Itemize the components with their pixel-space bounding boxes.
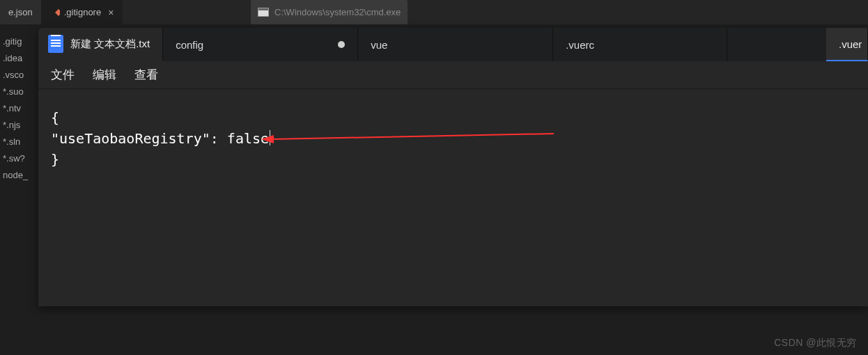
sidebar-line: *.sln — [3, 134, 35, 150]
modified-dot-icon — [338, 41, 345, 48]
svg-line-1 — [271, 134, 554, 139]
tab-vuerc-active[interactable]: .vuer — [826, 28, 868, 61]
sidebar-line: *.suo — [3, 84, 35, 100]
code-line: "useTaobaoRegistry": false — [51, 128, 855, 149]
background-sidebar: .gitig .idea .vsco *.suo *.ntv *.njs *.s… — [0, 33, 35, 184]
sidebar-line: .idea — [3, 50, 35, 67]
tab-label: 新建 文本文档.txt — [70, 38, 150, 51]
notepad-tabbar: 新建 文本文档.txt config vue .vuerc .vuer — [38, 28, 868, 61]
cmd-icon — [258, 8, 269, 17]
svg-rect-0 — [55, 9, 60, 16]
notepad-editor[interactable]: { "useTaobaoRegistry": false } — [38, 89, 868, 188]
tab-label: .gitignore — [64, 7, 101, 17]
tab-config[interactable]: config — [163, 28, 358, 61]
code-line: } — [51, 149, 855, 170]
sidebar-line: node_ — [3, 167, 35, 184]
tab-label: .vuerc — [566, 39, 594, 51]
cmd-title: C:\Windows\system32\cmd.exe — [274, 7, 401, 17]
tab-vuerc[interactable]: .vuerc — [553, 28, 727, 61]
sidebar-line: *.njs — [3, 117, 35, 134]
annotation-arrow-icon — [261, 131, 554, 145]
sidebar-line: *.ntv — [3, 100, 35, 117]
back-tab-json[interactable]: e.json — [0, 0, 42, 24]
git-icon — [50, 8, 60, 17]
back-tab-gitignore[interactable]: .gitignore × — [42, 0, 123, 24]
sidebar-line: .gitig — [3, 33, 35, 50]
notepad-app-icon — [48, 35, 63, 53]
notepad-menubar: 文件 编辑 查看 — [38, 61, 868, 89]
watermark: CSDN @此恨无穷 — [774, 337, 857, 349]
cmd-titlebar[interactable]: C:\Windows\system32\cmd.exe — [251, 0, 408, 24]
code-line: { — [51, 107, 855, 128]
tab-new-text-doc[interactable]: 新建 文本文档.txt — [38, 28, 163, 61]
background-editor-tabs: e.json .gitignore × — [0, 0, 868, 24]
menu-file[interactable]: 文件 — [51, 67, 75, 83]
tab-label: e.json — [8, 7, 33, 17]
tab-label: .vuer — [839, 38, 862, 50]
sidebar-line: *.sw? — [3, 150, 35, 167]
menu-view[interactable]: 查看 — [134, 67, 158, 83]
tab-label: vue — [371, 39, 387, 51]
menu-edit[interactable]: 编辑 — [93, 67, 116, 83]
notepad-window: 新建 文本文档.txt config vue .vuerc .vuer 文件 编… — [38, 28, 868, 306]
tab-vue[interactable]: vue — [358, 28, 553, 61]
svg-marker-2 — [261, 135, 274, 143]
sidebar-line: .vsco — [3, 67, 35, 84]
tab-label: config — [176, 39, 203, 51]
close-icon[interactable]: × — [108, 7, 114, 18]
